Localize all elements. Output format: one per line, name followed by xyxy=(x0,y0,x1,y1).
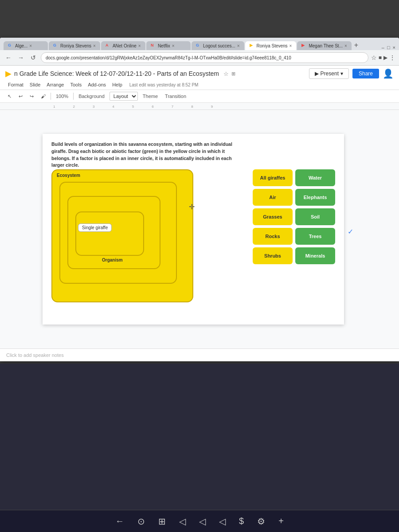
taskbar-settings-icon[interactable]: ⚙ xyxy=(257,516,265,527)
tab-title-7: Megan Thee St... xyxy=(309,43,343,48)
present-button[interactable]: ▶ Present ▾ xyxy=(309,68,349,79)
item-grasses[interactable]: Grasses xyxy=(253,208,293,225)
item-trees[interactable]: Trees xyxy=(295,228,335,245)
taskbar: ← ⊙ ⊞ ◁ ◁ ◁ $ ⚙ + xyxy=(0,510,399,532)
browser-tab-7[interactable]: ▶ Megan Thee St... × xyxy=(297,41,351,50)
side-check-button[interactable]: ✓ xyxy=(346,227,355,236)
menu-help[interactable]: Help xyxy=(110,81,125,89)
eco-organism-box[interactable]: Organism xyxy=(75,211,144,256)
layout-select[interactable]: Layout xyxy=(110,92,138,101)
tab-favicon-3: A xyxy=(106,43,111,48)
bookmark-icon[interactable]: ☆ xyxy=(371,54,377,61)
browser-tab-2[interactable]: G Roniya Stevens × xyxy=(49,41,100,50)
present-icon: ▶ xyxy=(315,70,319,77)
menu-slide[interactable]: Slide xyxy=(27,81,43,89)
ruler-mark-4: 4 xyxy=(112,105,114,110)
browser-tab-5[interactable]: G Logout succes... × xyxy=(192,41,244,50)
item-water[interactable]: Water xyxy=(295,169,335,186)
item-air[interactable]: Air xyxy=(253,189,293,206)
profile-icon[interactable]: ■ xyxy=(379,55,382,61)
address-bar[interactable] xyxy=(41,52,368,63)
tab-close-7[interactable]: × xyxy=(344,43,347,48)
browser-tab-3[interactable]: A ANet Online × xyxy=(101,41,145,50)
slides-container: ▶ n Grade Life Science: Week of 12-07-20… xyxy=(0,66,399,361)
ruler-mark-7: 7 xyxy=(172,105,173,110)
menu-arrange[interactable]: Arrange xyxy=(44,81,66,89)
browser-tab-6[interactable]: ▶ Roniya Stevens × xyxy=(245,41,297,50)
tab-favicon-4: N xyxy=(151,43,156,48)
forward-button[interactable]: → xyxy=(16,53,26,63)
single-giraffe-chip[interactable]: Single giraffe xyxy=(78,223,112,232)
new-tab-button[interactable]: + xyxy=(352,40,360,50)
extension-icon[interactable]: ▶ xyxy=(383,55,387,61)
taskbar-plus-icon[interactable]: + xyxy=(278,516,284,526)
item-rocks[interactable]: Rocks xyxy=(253,228,293,245)
theme-button[interactable]: Theme xyxy=(141,92,160,100)
items-grid: All giraffes Water Air Elephants Grasses… xyxy=(253,169,335,264)
menu-tools[interactable]: Tools xyxy=(67,81,84,89)
slides-title-row: ▶ n Grade Life Science: Week of 12-07-20… xyxy=(5,68,394,79)
redo-button[interactable]: ↪ xyxy=(27,92,36,101)
slides-main: Build levels of organization in this sav… xyxy=(0,110,399,348)
item-minerals[interactable]: Minerals xyxy=(295,247,335,264)
ruler-mark-3: 3 xyxy=(93,105,94,110)
cursor-tool[interactable]: ↖ xyxy=(5,92,14,101)
taskbar-back-icon[interactable]: ← xyxy=(115,516,124,526)
paint-format-button[interactable]: 🖌 xyxy=(39,92,48,100)
back-button[interactable]: ← xyxy=(4,53,13,63)
slides-menu-row: Format Slide Arrange Tools Add-ons Help … xyxy=(5,81,394,89)
item-all-giraffes[interactable]: All giraffes xyxy=(253,169,293,186)
star-icon[interactable]: ☆ xyxy=(223,70,229,77)
minimize-button[interactable]: – xyxy=(382,45,384,50)
browser-tab-4[interactable]: N Netflix × xyxy=(146,41,191,50)
tab-favicon-7: ▶ xyxy=(301,43,307,48)
ecosystem-container[interactable]: Ecosystem Community Population Organism xyxy=(51,169,193,302)
tab-close-4[interactable]: × xyxy=(172,43,175,48)
tab-close-2[interactable]: × xyxy=(93,43,96,48)
tab-title-2: Roniya Stevens xyxy=(60,43,91,48)
user-avatar[interactable]: 👤 xyxy=(383,68,394,79)
background-button[interactable]: Background xyxy=(76,92,107,100)
zoom-button[interactable]: 100% xyxy=(54,92,70,100)
tab-close-3[interactable]: × xyxy=(138,43,141,48)
undo-button[interactable]: ↩ xyxy=(16,92,25,101)
share-button[interactable]: Share xyxy=(352,69,379,78)
close-button[interactable]: × xyxy=(393,45,395,50)
taskbar-volume-icon[interactable]: ◁ xyxy=(179,516,186,527)
slide-side-panel: ✓ xyxy=(344,223,356,236)
slides-app-icon: ▶ xyxy=(5,69,12,78)
tab-title-4: Netflix xyxy=(158,43,170,48)
cloud-icon: ⊞ xyxy=(231,71,235,77)
tab-close-1[interactable]: × xyxy=(29,43,32,48)
tab-favicon-5: G xyxy=(196,43,201,48)
tab-close-6[interactable]: × xyxy=(289,43,292,48)
refresh-button[interactable]: ↺ xyxy=(28,53,38,63)
menu-icon[interactable]: ⋮ xyxy=(389,54,395,61)
ruler-mark-2: 2 xyxy=(73,105,74,110)
ruler-mark-1: 1 xyxy=(53,105,55,110)
taskbar-brightness-icon[interactable]: ◁ xyxy=(219,516,226,527)
tab-title-6: Roniya Stevens xyxy=(257,43,288,48)
ruler-mark-9: 9 xyxy=(211,105,213,110)
slides-toolbar: ↖ ↩ ↪ 🖌 100% Background Layout Theme Tra… xyxy=(0,90,399,103)
taskbar-dollar-icon[interactable]: $ xyxy=(239,516,244,526)
menu-addons[interactable]: Add-ons xyxy=(85,81,109,89)
slide-instructions: Build levels of organization in this sav… xyxy=(51,141,238,169)
slide-canvas: Build levels of organization in this sav… xyxy=(43,134,344,325)
transition-button[interactable]: Transition xyxy=(163,92,188,100)
maximize-button[interactable]: □ xyxy=(387,45,390,50)
taskbar-volume-down-icon[interactable]: ◁ xyxy=(199,516,206,527)
toolbar-divider-2 xyxy=(73,93,74,100)
item-elephants[interactable]: Elephants xyxy=(295,189,335,206)
taskbar-home-icon[interactable]: ⊙ xyxy=(137,516,145,527)
speaker-notes[interactable]: Click to add speaker notes xyxy=(0,348,399,361)
tab-close-5[interactable]: × xyxy=(237,43,240,48)
taskbar-apps-icon[interactable]: ⊞ xyxy=(158,516,166,527)
tab-title-5: Logout succes... xyxy=(203,43,235,48)
tab-title-1: Alge... xyxy=(15,43,27,48)
toolbar-divider-1 xyxy=(51,93,51,100)
menu-format[interactable]: Format xyxy=(5,81,26,89)
item-soil[interactable]: Soil xyxy=(295,208,335,225)
item-shrubs[interactable]: Shrubs xyxy=(253,247,293,264)
browser-tab-1[interactable]: G Alge... × xyxy=(4,41,48,50)
